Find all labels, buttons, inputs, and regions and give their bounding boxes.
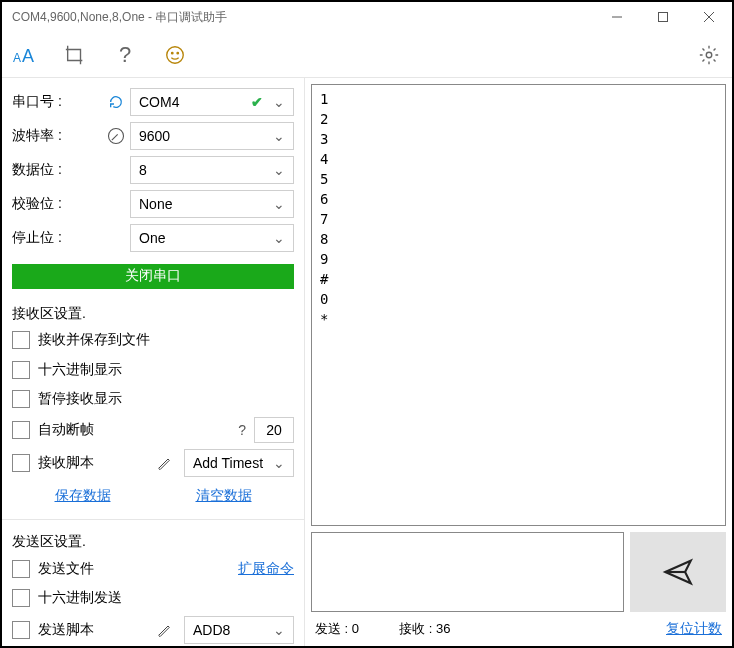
port-value: COM4: [139, 94, 179, 110]
settings-icon[interactable]: [694, 40, 724, 70]
auto-frame-checkbox[interactable]: [12, 421, 30, 439]
status-recv: 接收 : 36: [399, 620, 450, 638]
save-data-link[interactable]: 保存数据: [55, 487, 111, 505]
stopbits-value: One: [139, 230, 165, 246]
script-edit-icon[interactable]: [156, 455, 176, 471]
minimize-button[interactable]: [594, 2, 640, 32]
chevron-down-icon: ⌄: [273, 196, 285, 212]
hex-send-label: 十六进制发送: [38, 589, 122, 607]
pause-display-checkbox[interactable]: [12, 390, 30, 408]
parity-select[interactable]: None ⌄: [130, 190, 294, 218]
send-script-label: 发送脚本: [38, 621, 94, 639]
divider: [2, 519, 304, 520]
baud-detect-icon[interactable]: [102, 126, 130, 146]
left-panel: 串口号 : COM4 ✔ ⌄ 波特率 : 9600 ⌄: [2, 78, 305, 646]
auto-frame-help[interactable]: ?: [238, 422, 246, 438]
auto-frame-label: 自动断帧: [38, 421, 94, 439]
title-bar: COM4,9600,None,8,One - 串口调试助手: [2, 2, 732, 32]
auto-frame-value[interactable]: 20: [254, 417, 294, 443]
recv-script-select[interactable]: Add Timest ⌄: [184, 449, 294, 477]
svg-point-7: [172, 52, 173, 53]
chevron-down-icon: ⌄: [273, 455, 285, 471]
send-script-select[interactable]: ADD8 ⌄: [184, 616, 294, 644]
parity-label: 校验位 :: [12, 195, 102, 213]
pause-display-label: 暂停接收显示: [38, 390, 122, 408]
hex-send-checkbox[interactable]: [12, 589, 30, 607]
save-to-file-checkbox[interactable]: [12, 331, 30, 349]
databits-label: 数据位 :: [12, 161, 102, 179]
close-port-button[interactable]: 关闭串口: [12, 264, 294, 289]
chevron-down-icon: ⌄: [273, 230, 285, 246]
chevron-down-icon: ⌄: [273, 622, 285, 638]
recv-section-title: 接收区设置.: [12, 305, 294, 323]
recv-script-label: 接收脚本: [38, 454, 94, 472]
send-script-checkbox[interactable]: [12, 621, 30, 639]
svg-point-6: [167, 46, 184, 63]
svg-text:A: A: [22, 46, 34, 66]
stopbits-select[interactable]: One ⌄: [130, 224, 294, 252]
svg-rect-1: [659, 13, 668, 22]
check-icon: ✔: [251, 94, 263, 110]
refresh-port-icon[interactable]: [102, 94, 130, 110]
chevron-down-icon: ⌄: [273, 94, 285, 110]
databits-select[interactable]: 8 ⌄: [130, 156, 294, 184]
status-send: 发送 : 0: [315, 620, 359, 638]
baud-value: 9600: [139, 128, 170, 144]
font-icon[interactable]: AA: [10, 40, 40, 70]
recv-script-value: Add Timest: [193, 455, 263, 471]
send-file-checkbox[interactable]: [12, 560, 30, 578]
window-title: COM4,9600,None,8,One - 串口调试助手: [12, 9, 227, 26]
stopbits-label: 停止位 :: [12, 229, 102, 247]
send-input[interactable]: [311, 532, 624, 612]
parity-value: None: [139, 196, 172, 212]
baud-label: 波特率 :: [12, 127, 102, 145]
save-to-file-label: 接收并保存到文件: [38, 331, 150, 349]
hex-display-label: 十六进制显示: [38, 361, 122, 379]
send-button[interactable]: [630, 532, 726, 612]
smiley-icon[interactable]: [160, 40, 190, 70]
ext-cmd-link[interactable]: 扩展命令: [238, 560, 294, 578]
svg-text:A: A: [13, 51, 21, 65]
help-icon[interactable]: ?: [110, 40, 140, 70]
svg-point-9: [706, 52, 712, 58]
status-bar: 发送 : 0 接收 : 36 复位计数: [311, 618, 726, 640]
maximize-button[interactable]: [640, 2, 686, 32]
svg-point-8: [177, 52, 178, 53]
clear-data-link[interactable]: 清空数据: [196, 487, 252, 505]
send-section-title: 发送区设置.: [12, 533, 294, 551]
reset-counter-link[interactable]: 复位计数: [666, 620, 722, 638]
chevron-down-icon: ⌄: [273, 128, 285, 144]
recv-script-checkbox[interactable]: [12, 454, 30, 472]
right-panel: 1 2 3 4 5 6 7 8 9 # 0 * 发送 : 0 接收 : 36 复…: [305, 78, 732, 646]
crop-icon[interactable]: [60, 40, 90, 70]
hex-display-checkbox[interactable]: [12, 361, 30, 379]
baud-select[interactable]: 9600 ⌄: [130, 122, 294, 150]
receive-area[interactable]: 1 2 3 4 5 6 7 8 9 # 0 *: [311, 84, 726, 526]
close-button[interactable]: [686, 2, 732, 32]
send-file-label: 发送文件: [38, 560, 94, 578]
script-edit-icon[interactable]: [156, 622, 176, 638]
chevron-down-icon: ⌄: [273, 162, 285, 178]
app-window: COM4,9600,None,8,One - 串口调试助手 AA ?: [2, 2, 732, 646]
send-script-value: ADD8: [193, 622, 230, 638]
port-label: 串口号 :: [12, 93, 102, 111]
port-select[interactable]: COM4 ✔ ⌄: [130, 88, 294, 116]
toolbar: AA ?: [2, 32, 732, 78]
databits-value: 8: [139, 162, 147, 178]
